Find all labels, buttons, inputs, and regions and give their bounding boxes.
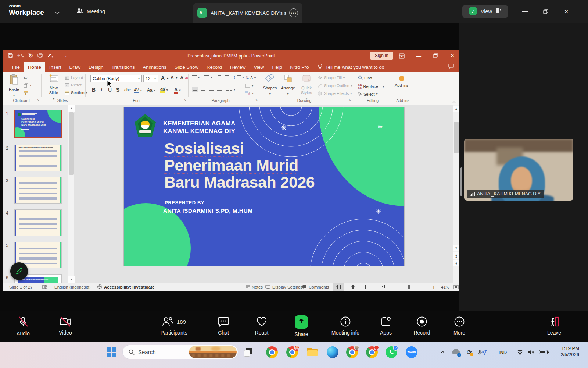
ink-pen-icon[interactable]: ▾	[47, 53, 53, 59]
align-center-button[interactable]	[201, 88, 205, 92]
drawing-dialog-launcher-icon[interactable]: ↘	[348, 98, 351, 102]
zoom-percent[interactable]: 41%	[441, 283, 449, 291]
print-preview-icon[interactable]	[37, 53, 43, 59]
paste-button[interactable]: Paste▾	[9, 74, 19, 98]
share-button[interactable]: Share	[279, 315, 323, 337]
chrome-profile4-app-icon[interactable]	[364, 344, 380, 360]
decrease-font-size-button[interactable]: A▼	[171, 75, 178, 80]
accessibility-status[interactable]: Accessibility: Investigate	[97, 283, 154, 291]
slide-sorter-view-button[interactable]	[347, 283, 358, 291]
comments-bubble-icon[interactable]	[448, 64, 454, 70]
zoom-slider[interactable]	[401, 287, 428, 287]
ppt-minimize-icon[interactable]: —	[412, 50, 426, 62]
select-button[interactable]: Select▾	[358, 92, 378, 96]
character-spacing-button[interactable]: AV▾	[134, 88, 142, 93]
menu-tab-draw[interactable]: Draw	[65, 62, 85, 72]
bullets-button[interactable]: ▾	[192, 75, 200, 79]
format-painter-button[interactable]	[24, 91, 29, 95]
view-button[interactable]: ✓ View	[462, 5, 508, 18]
redo-icon[interactable]: ↻	[28, 52, 33, 59]
mic-location-tray-icons[interactable]	[476, 344, 489, 360]
notes-button[interactable]: Notes	[245, 283, 263, 291]
convert-smartart-button[interactable]: ▾	[245, 91, 254, 95]
sign-in-button[interactable]: Sign in	[370, 52, 393, 60]
font-name-combobox[interactable]: Calibri (Body)▾	[90, 75, 142, 82]
scroll-down-icon[interactable]: ▼	[453, 245, 459, 251]
menu-tab-home[interactable]: Home	[24, 62, 45, 72]
menu-tab-transitions[interactable]: Transitions	[107, 62, 139, 72]
scroll-up-icon[interactable]: ▲	[453, 106, 459, 112]
slideshow-view-button[interactable]	[377, 283, 388, 291]
ppt-close-icon[interactable]: ×	[445, 50, 459, 62]
video-button[interactable]: Video	[43, 316, 87, 336]
previous-slide-button[interactable]: ▲▲	[453, 252, 459, 259]
tab-shared-screen[interactable]: A_ ANITA _KATIM KEMENAG DIY's sc •••	[193, 3, 302, 23]
cut-button[interactable]: ✂	[24, 75, 28, 81]
font-dialog-launcher-icon[interactable]: ↘	[184, 98, 187, 102]
thumb-scroll-down-icon[interactable]: ▼	[68, 276, 75, 283]
slide-scrollbar[interactable]: ▲ ▼ ▲▲ ▼▼	[453, 105, 459, 283]
annotate-button[interactable]	[10, 262, 28, 280]
slide-number-status[interactable]: Slide 1 of 27	[9, 283, 33, 291]
paragraph-dialog-launcher-icon[interactable]: ↘	[255, 98, 258, 102]
fit-to-window-icon[interactable]	[453, 283, 459, 291]
sync-tray-icon[interactable]: ⟳	[461, 344, 477, 360]
participant-video-tile[interactable]: ANITA _KATIM KEMENAG DIY	[464, 139, 573, 201]
clipboard-dialog-launcher-icon[interactable]: ↘	[37, 98, 40, 102]
normal-view-button[interactable]	[333, 283, 344, 291]
scrollbar-thumb[interactable]	[454, 122, 459, 153]
align-left-button[interactable]	[192, 87, 198, 92]
quick-styles-button[interactable]: Quick Styles▾	[298, 74, 315, 101]
change-case-button[interactable]: Aa▾	[147, 88, 155, 93]
minimize-button[interactable]: —	[519, 5, 531, 18]
layout-button[interactable]: Layout▾	[65, 75, 86, 80]
line-spacing-button[interactable]: ⇕▾	[233, 75, 244, 79]
language-indicator[interactable]: IND	[496, 344, 509, 360]
start-button[interactable]	[103, 344, 119, 360]
menu-tab-view[interactable]: View	[250, 62, 268, 72]
highlight-color-button[interactable]: ab̸▾	[160, 87, 168, 93]
org-name-textbox[interactable]: KEMENTERIAN AGAMA KANWIL KEMENAG DIY	[163, 120, 235, 135]
ppt-restore-icon[interactable]	[429, 50, 442, 62]
addins-button[interactable]: Add-ins	[395, 74, 408, 88]
strikethrough-button[interactable]: S	[116, 87, 119, 93]
tab-more-icon[interactable]: •••	[289, 8, 298, 17]
taskbar-search[interactable]: Search	[122, 345, 238, 359]
menu-tab-file[interactable]: File	[8, 62, 24, 72]
slide-thumbnail-2[interactable]: Tata Cara Penerimaan Murid Baru Madrasah	[15, 145, 61, 171]
menu-tab-review[interactable]: Review	[226, 62, 250, 72]
font-size-combobox[interactable]: 12▾	[143, 75, 158, 82]
more-button[interactable]: More	[437, 316, 481, 336]
search-highlight-image[interactable]	[189, 346, 237, 358]
shapes-button[interactable]: Shapes▾	[263, 74, 277, 96]
thumbnail-scrollbar[interactable]: ▲ ▼	[68, 105, 74, 283]
battery-tray-icon[interactable]	[535, 344, 551, 360]
menu-tab-nitro-pro[interactable]: Nitro Pro	[286, 62, 313, 72]
react-button[interactable]: React	[240, 316, 284, 336]
tell-me-box[interactable]: Tell me what you want to do	[318, 64, 384, 70]
reading-view-button[interactable]	[362, 283, 373, 291]
menu-tab-insert[interactable]: Insert	[45, 62, 65, 72]
edge-app-icon[interactable]	[325, 344, 341, 360]
chrome-profile3-app-icon[interactable]	[344, 344, 360, 360]
thumb-scroll-up-icon[interactable]: ▲	[68, 105, 75, 112]
comments-button[interactable]: Comments	[302, 283, 329, 291]
find-button[interactable]: Find	[358, 75, 372, 80]
panel-scrollbar[interactable]	[460, 167, 462, 196]
justify-button[interactable]	[217, 88, 222, 92]
file-explorer-icon[interactable]	[304, 344, 320, 360]
increase-indent-button[interactable]	[225, 75, 229, 79]
restore-button[interactable]	[539, 5, 552, 18]
clear-formatting-button[interactable]: A	[180, 75, 188, 81]
new-slide-button[interactable]: New Slide▾	[46, 74, 61, 101]
increase-font-size-button[interactable]: A▲	[161, 75, 169, 81]
menu-tab-slide-show[interactable]: Slide Show	[171, 62, 202, 72]
participants-button[interactable]: 189 Participants	[152, 316, 196, 336]
shape-effects-button[interactable]: Shape Effects▾	[318, 91, 352, 96]
chrome-app-icon[interactable]	[264, 344, 280, 360]
task-view-button[interactable]	[240, 344, 256, 360]
font-color-button[interactable]: A▾	[174, 87, 180, 94]
undo-icon[interactable]: ↶▾	[17, 52, 24, 59]
audio-button[interactable]: Audio	[1, 316, 45, 336]
menu-tab-animations[interactable]: Animations	[139, 62, 171, 72]
